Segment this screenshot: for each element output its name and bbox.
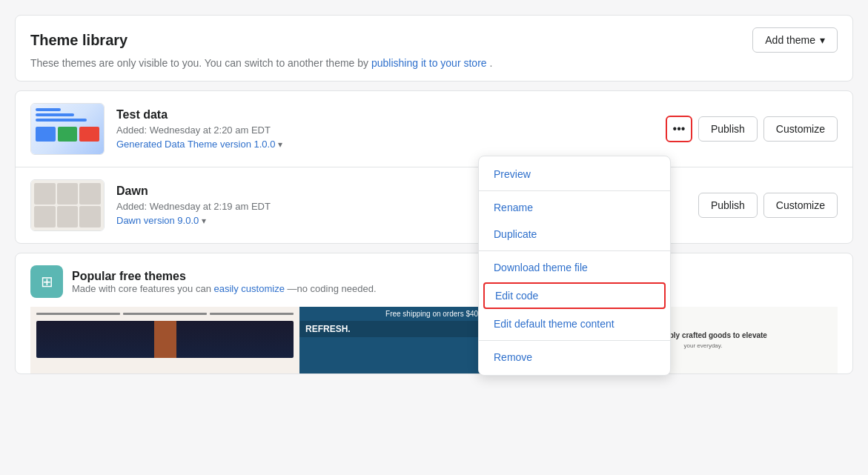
preview-blue-logo: REFRESH. — [305, 324, 351, 334]
popular-subtitle-before: Made with core features you can — [72, 283, 211, 294]
popular-section: ⊞ Popular free themes Made with core fea… — [15, 253, 853, 374]
dawn-thumb-4 — [34, 206, 56, 227]
preview-dawn-header — [36, 313, 294, 315]
dawn-thumb-1 — [34, 183, 56, 205]
dawn-thumb-5 — [57, 206, 79, 227]
dropdown-duplicate[interactable]: Duplicate — [479, 221, 670, 248]
dots-icon: ••• — [673, 122, 686, 136]
preview-light-sub: your everyday. — [684, 342, 723, 349]
preview-nav-1 — [36, 313, 120, 315]
dropdown-edit-code[interactable]: Edit code — [483, 282, 666, 309]
thumb-bar-3 — [36, 119, 87, 122]
thumb-rect-1 — [36, 127, 56, 142]
theme-previews: Free shipping on orders $40+ REFRESH. Sa… — [30, 307, 838, 373]
subtitle-end: . — [489, 57, 492, 69]
themes-section: Test data Added: Wednesday at 2:20 am ED… — [15, 90, 853, 244]
dropdown-download[interactable]: Download theme file — [479, 254, 670, 281]
thumb-bar-2 — [36, 113, 74, 116]
dropdown-divider-1 — [479, 190, 670, 191]
thumb-rect-3 — [79, 127, 99, 142]
dropdown-divider-3 — [479, 340, 670, 341]
theme-added-test-data: Added: Wednesday at 2:20 am EDT — [116, 124, 654, 136]
preview-nav-2 — [123, 313, 207, 315]
add-theme-chevron-icon: ▾ — [820, 34, 825, 46]
version-chevron-icon: ▾ — [278, 139, 282, 150]
more-options-button[interactable]: ••• — [666, 116, 692, 142]
dawn-version-chevron-icon: ▾ — [202, 216, 206, 226]
popular-header: ⊞ Popular free themes Made with core fea… — [30, 265, 838, 298]
dropdown-menu: Preview Rename Duplicate Download theme … — [478, 156, 671, 376]
customize-button-dawn[interactable]: Customize — [763, 193, 838, 218]
popular-subtitle-after: —no coding needed. — [288, 283, 377, 294]
page-title: Theme library — [30, 32, 127, 49]
popular-subtitle: Made with core features you can easily c… — [72, 283, 377, 294]
dawn-thumb-2 — [57, 183, 79, 205]
theme-actions-dawn: Publish Customize — [698, 193, 838, 218]
theme-item-test-data: Test data Added: Wednesday at 2:20 am ED… — [16, 91, 852, 167]
add-theme-button[interactable]: Add theme ▾ — [752, 27, 838, 53]
theme-version-test-data[interactable]: Generated Data Theme version 1.0.0 ▾ — [116, 139, 654, 150]
theme-name-test-data: Test data — [116, 108, 654, 122]
subtitle-text: These themes are only visible to you. Yo… — [30, 57, 838, 69]
popular-text: Popular free themes Made with core featu… — [72, 270, 377, 294]
thumb-bar-1 — [36, 108, 61, 111]
dropdown-edit-default[interactable]: Edit default theme content — [479, 310, 670, 337]
popular-icon: ⊞ — [30, 265, 63, 298]
dropdown-divider-2 — [479, 250, 670, 251]
thumb-rect-2 — [58, 127, 78, 142]
theme-thumbnail-test-data — [30, 103, 105, 155]
publish-button-dawn[interactable]: Publish — [698, 193, 758, 218]
theme-actions-test-data: ••• Publish Customize — [666, 116, 838, 142]
dropdown-overlay: Preview Rename Duplicate Download theme … — [478, 156, 671, 376]
grid-icon: ⊞ — [41, 273, 53, 290]
preview-nav-3 — [210, 313, 294, 315]
preview-dawn-person — [154, 321, 176, 358]
dropdown-remove[interactable]: Remove — [479, 344, 670, 371]
theme-item-dawn: Dawn Added: Wednesday at 2:19 am EDT Daw… — [16, 167, 852, 243]
header-row: Theme library Add theme ▾ — [30, 27, 838, 53]
publish-button-test-data[interactable]: Publish — [698, 116, 758, 142]
dropdown-rename[interactable]: Rename — [479, 194, 670, 221]
preview-dawn-inner — [30, 307, 299, 373]
theme-thumbnail-dawn — [30, 179, 105, 231]
dawn-thumb-3 — [79, 183, 101, 205]
customize-button-test-data[interactable]: Customize — [763, 116, 838, 142]
subtitle-before: These themes are only visible to you. Yo… — [30, 57, 368, 69]
add-theme-label: Add theme — [765, 34, 815, 46]
preview-dawn-hero — [36, 321, 294, 358]
dawn-thumb-6 — [79, 206, 101, 227]
dropdown-preview[interactable]: Preview — [479, 161, 670, 187]
theme-info-test-data: Test data Added: Wednesday at 2:20 am ED… — [116, 108, 654, 150]
subtitle-link[interactable]: publishing it to your store — [371, 57, 490, 69]
preview-dawn-card[interactable] — [30, 307, 299, 373]
popular-title: Popular free themes — [72, 270, 377, 283]
popular-subtitle-link[interactable]: easily customize — [214, 283, 288, 294]
header-section: Theme library Add theme ▾ These themes a… — [15, 15, 853, 82]
preview-dawn-hero-img — [36, 321, 294, 358]
